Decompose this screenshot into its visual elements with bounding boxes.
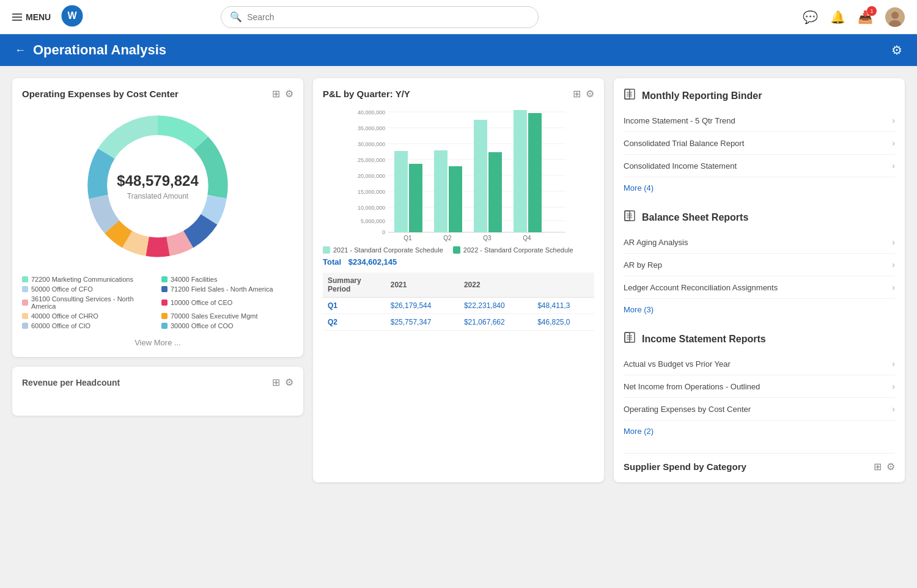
page-title: Operational Analysis	[33, 42, 884, 58]
svg-text:30,000,000: 30,000,000	[358, 141, 385, 147]
table-header-2022: 2022	[459, 273, 532, 298]
legend-label: 10000 Office of CEO	[171, 299, 232, 306]
report-item-chevron: ›	[892, 359, 895, 369]
table-header-2021: 2021	[386, 273, 459, 298]
svg-text:0: 0	[382, 229, 385, 235]
legend-label: 36100 Consulting Services - North Americ…	[31, 295, 154, 310]
search-input[interactable]	[247, 12, 529, 22]
report-section-header-income: Income Statement Reports	[624, 331, 895, 347]
report-item-chevron: ›	[892, 282, 895, 292]
report-item[interactable]: AR by Rep ›	[624, 254, 895, 276]
legend-label: 34000 Facilities	[171, 276, 217, 283]
report-item-chevron: ›	[892, 116, 895, 125]
report-item[interactable]: More (4)	[624, 177, 895, 199]
donut-filter-icon[interactable]: ⊞	[272, 88, 280, 100]
table-header-total	[532, 273, 594, 298]
legend-item: 40000 Office of CHRO	[22, 312, 154, 320]
legend-dot	[22, 300, 28, 306]
donut-svg	[78, 107, 237, 266]
svg-point-3	[891, 12, 899, 19]
report-item-label: Income Statement - 5 Qtr Trend	[624, 116, 735, 125]
bar-card: P&L by Quarter: Y/Y ⊞ ⚙ 40,000,000 35,00…	[313, 78, 604, 482]
report-item[interactable]: Consolidated Trial Balance Report ›	[624, 132, 895, 155]
report-item-chevron: ›	[892, 381, 895, 391]
search-icon: 🔍	[230, 11, 242, 23]
svg-rect-27	[474, 120, 487, 232]
notification-icon[interactable]: 🔔	[830, 10, 845, 24]
report-item[interactable]: More (2)	[624, 421, 895, 442]
svg-rect-25	[434, 150, 447, 232]
report-item-label: AR Aging Analysis	[624, 238, 688, 247]
cell-2021: $25,757,347	[386, 314, 459, 331]
report-section-title: Monthly Reporting Binder	[642, 90, 762, 101]
bar-chart-area: 40,000,000 35,000,000 30,000,000 25,000,…	[323, 107, 594, 241]
page-settings-icon[interactable]: ⚙	[891, 43, 902, 57]
svg-rect-24	[409, 164, 422, 232]
menu-label: MENU	[26, 12, 51, 22]
cell-total: $46,825,0	[532, 314, 594, 331]
inbox-icon[interactable]: 📥 1	[858, 10, 873, 24]
legend-label: 71200 Field Sales - North America	[171, 285, 273, 293]
bar-card-actions: ⊞ ⚙	[573, 88, 594, 100]
svg-text:40,000,000: 40,000,000	[358, 109, 385, 116]
legend-dot	[22, 313, 28, 319]
legend-label: 60000 Office of CIO	[31, 322, 90, 329]
report-section-icon	[624, 88, 636, 103]
report-item[interactable]: Income Statement - 5 Qtr Trend ›	[624, 109, 895, 132]
report-item-label: More (3)	[624, 305, 654, 314]
report-item-label: More (2)	[624, 427, 654, 436]
cell-period[interactable]: Q2	[323, 314, 386, 331]
search-bar[interactable]: 🔍	[221, 6, 539, 28]
report-item-label: Consolidated Income Statement	[624, 161, 737, 171]
supplier-settings-icon[interactable]: ⚙	[886, 461, 895, 472]
legend-dot	[161, 300, 168, 306]
table-row: Q1 $26,179,544 $22,231,840 $48,411,3	[323, 298, 594, 314]
legend-label: 30000 Office of COO	[171, 322, 234, 329]
logo[interactable]: W	[61, 4, 84, 30]
revenue-filter-icon[interactable]: ⊞	[272, 377, 280, 388]
legend-2022-label: 2022 - Standard Corporate Schedule	[463, 246, 573, 254]
table-header-period: SummaryPeriod	[323, 273, 386, 298]
user-avatar[interactable]	[885, 7, 905, 27]
report-item-chevron: ›	[892, 237, 895, 247]
top-nav: MENU W 🔍 💬 🔔 📥 1	[0, 0, 917, 34]
legend-item: 72200 Marketing Communications	[22, 276, 154, 283]
cell-period[interactable]: Q1	[323, 298, 386, 314]
legend-label: 72200 Marketing Communications	[31, 276, 133, 283]
chat-icon[interactable]: 💬	[803, 10, 818, 24]
revenue-settings-icon[interactable]: ⚙	[285, 377, 293, 388]
bar-settings-icon[interactable]: ⚙	[586, 88, 594, 100]
report-item[interactable]: More (3)	[624, 299, 895, 320]
report-item[interactable]: Ledger Account Reconciliation Assignment…	[624, 276, 895, 299]
report-item-chevron: ›	[892, 260, 895, 270]
donut-settings-icon[interactable]: ⚙	[285, 88, 293, 100]
bar-card-title: P&L by Quarter: Y/Y	[323, 89, 410, 99]
svg-text:W: W	[68, 10, 78, 21]
report-item[interactable]: AR Aging Analysis ›	[624, 231, 895, 254]
legend-dot	[22, 276, 28, 282]
report-item[interactable]: Consolidated Income Statement ›	[624, 155, 895, 177]
back-button[interactable]: ←	[15, 44, 26, 57]
inbox-badge: 1	[867, 6, 877, 16]
supplier-filter-icon[interactable]: ⊞	[874, 461, 882, 472]
report-item-label: Actual vs Budget vs Prior Year	[624, 359, 731, 369]
donut-card-actions: ⊞ ⚙	[272, 88, 293, 100]
cell-2021: $26,179,544	[386, 298, 459, 314]
report-section-header-monthly: Monthly Reporting Binder	[624, 88, 895, 103]
report-item[interactable]: Operating Expenses by Cost Center ›	[624, 398, 895, 421]
report-section-title: Balance Sheet Reports	[642, 212, 748, 223]
legend-item: 10000 Office of CEO	[161, 295, 293, 310]
legend-2021-label: 2021 - Standard Corporate Schedule	[333, 246, 443, 254]
report-section-icon	[624, 210, 636, 225]
report-section-header-balance: Balance Sheet Reports	[624, 210, 895, 225]
svg-text:20,000,000: 20,000,000	[358, 173, 385, 179]
chart-legend: 2021 - Standard Corporate Schedule 2022 …	[323, 246, 594, 254]
bar-chart-svg: 40,000,000 35,000,000 30,000,000 25,000,…	[323, 107, 594, 241]
svg-rect-30	[528, 113, 542, 232]
menu-button[interactable]: MENU	[12, 12, 51, 22]
supplier-card-title: Supplier Spend by Category	[624, 461, 746, 472]
report-item[interactable]: Actual vs Budget vs Prior Year ›	[624, 353, 895, 375]
view-more-button[interactable]: View More ...	[22, 338, 293, 347]
bar-filter-icon[interactable]: ⊞	[573, 88, 581, 100]
report-item[interactable]: Net Income from Operations - Outlined ›	[624, 375, 895, 398]
